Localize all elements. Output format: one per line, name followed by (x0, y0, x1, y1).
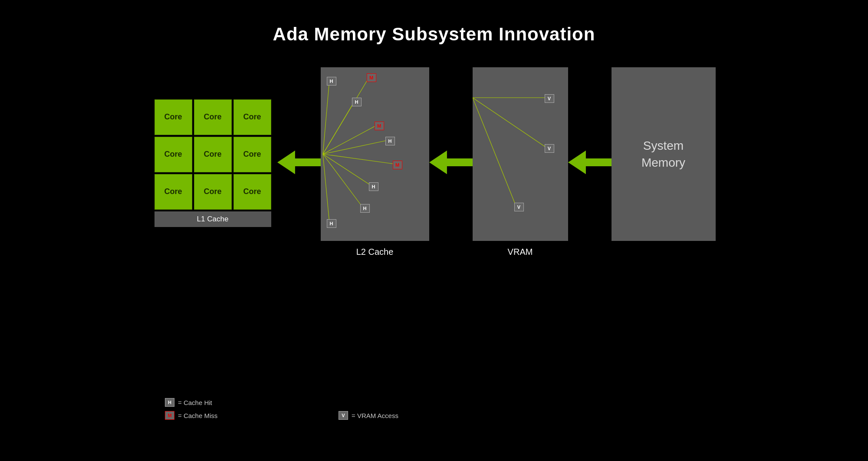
svg-line-1 (323, 80, 329, 154)
core-7: Core (194, 174, 232, 210)
badge-v1: V (545, 94, 554, 103)
badge-h4: H (369, 182, 378, 191)
svg-line-5 (323, 140, 388, 154)
svg-line-4 (323, 125, 377, 154)
badge-m2: M (375, 122, 384, 130)
diagram-area: Core Core Core Core Core Core Core Core … (0, 67, 868, 257)
svg-marker-14 (568, 150, 612, 174)
cpu-section: Core Core Core Core Core Core Core Core … (153, 98, 273, 227)
svg-line-7 (323, 154, 372, 186)
legend-miss-badge: M (165, 411, 174, 420)
arrow-vram-sysmem (568, 145, 612, 180)
system-memory-box: SystemMemory (612, 67, 716, 241)
legend-vram-badge: V (339, 411, 348, 420)
legend-miss: M = Cache Miss (165, 411, 217, 420)
svg-line-8 (323, 154, 363, 207)
badge-h6: H (327, 219, 336, 228)
core-6: Core (155, 174, 192, 210)
svg-line-12 (473, 98, 546, 148)
legend-hit: H = Cache Hit (165, 398, 217, 407)
system-memory-label: . (662, 247, 665, 257)
legend-area: H = Cache Hit M = Cache Miss (165, 398, 217, 420)
core-2: Core (233, 99, 271, 135)
cores-grid: Core Core Core Core Core Core Core Core … (153, 98, 273, 211)
legend-vram-text: = VRAM Access (352, 412, 398, 419)
l2-cache-box: H M H M H M H H H (321, 67, 429, 241)
system-memory-text: SystemMemory (641, 137, 685, 171)
badge-m1: M (367, 73, 376, 82)
badge-h3: H (385, 137, 395, 145)
legend-group-cache: H = Cache Hit M = Cache Miss (165, 398, 217, 420)
arrow-cpu-l2 (277, 145, 321, 180)
core-1: Core (194, 99, 232, 135)
core-8: Core (233, 174, 271, 210)
svg-line-13 (473, 98, 516, 206)
page-title: Ada Memory Subsystem Innovation (0, 0, 868, 45)
badge-h5: H (360, 204, 370, 213)
svg-line-9 (323, 154, 329, 223)
badge-h1: H (327, 77, 336, 86)
system-memory-section: SystemMemory . (612, 67, 716, 257)
core-5: Core (233, 137, 271, 172)
badge-m3: M (393, 161, 402, 169)
l2-cache-section: H M H M H M H H H L2 Cache (321, 67, 429, 257)
l2-cache-label: L2 Cache (356, 247, 394, 257)
arrow-l2-vram (429, 145, 473, 180)
badge-h2: H (352, 98, 362, 106)
svg-marker-10 (429, 150, 473, 174)
core-0: Core (155, 99, 192, 135)
legend-vram-access: V = VRAM Access (339, 411, 398, 420)
core-4: Core (194, 137, 232, 172)
legend-hit-text: = Cache Hit (178, 399, 212, 406)
legend-miss-text: = Cache Miss (178, 412, 217, 419)
core-3: Core (155, 137, 192, 172)
badge-v3: V (514, 203, 524, 211)
legend-hit-badge: H (165, 398, 174, 407)
svg-line-6 (323, 154, 395, 164)
vram-section: V V V VRAM (473, 67, 568, 257)
l1-cache-label: L1 Cache (155, 211, 271, 227)
vram-box: V V V (473, 67, 568, 241)
badge-v2: V (545, 144, 554, 153)
vram-label: VRAM (508, 247, 533, 257)
svg-line-3 (323, 101, 355, 154)
svg-marker-0 (277, 150, 321, 174)
